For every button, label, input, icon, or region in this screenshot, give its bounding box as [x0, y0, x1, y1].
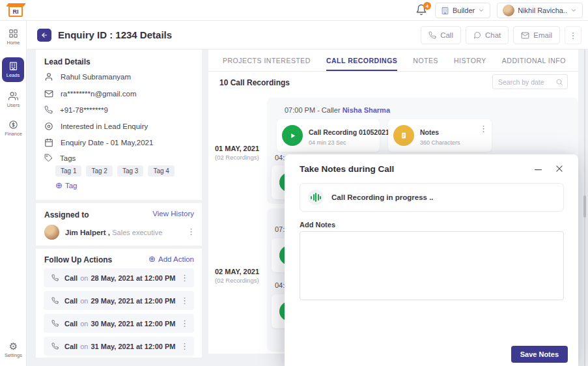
person-icon: [44, 72, 53, 81]
notes-title: Notes: [420, 128, 439, 136]
close-icon: [555, 164, 564, 173]
follow-up-action: Call: [64, 320, 77, 328]
email-button-label: Email: [533, 31, 552, 39]
minimize-button[interactable]: [533, 165, 543, 175]
tag-icon: [44, 154, 53, 162]
add-tag-button[interactable]: ⊕ Tag: [55, 181, 77, 190]
plus-circle-icon: ⊕: [55, 181, 63, 190]
recording-duration: 04 min 23 Sec: [309, 139, 389, 146]
arrow-left-icon: [40, 31, 48, 39]
follow-up-row[interactable]: Call on 28 May, 2021 at 12:00 PM ⋮: [44, 268, 194, 287]
recording-time-caller: 07:00 PM - Caller Nisha Sharma: [285, 106, 390, 114]
group-date: 02 MAY, 2021: [215, 268, 266, 275]
caller-name-link[interactable]: Nisha Sharma: [343, 106, 390, 114]
user-menu-dropdown[interactable]: Nikhil Ravicha..: [497, 3, 583, 18]
header-more-menu[interactable]: ⋮: [565, 26, 581, 44]
notes-more-menu[interactable]: ⋮: [479, 124, 488, 133]
call-recording-card[interactable]: Call Recording 01052021 04 min 23 Sec ⋮: [277, 119, 380, 152]
chevron-down-icon: [570, 7, 577, 14]
lead-interest-row: Interested in Lead Enquiry: [44, 122, 148, 131]
follow-up-more-menu[interactable]: ⋮: [180, 296, 189, 305]
lead-details-card: Lead Details Rahul Subramanyam ra*******…: [36, 49, 202, 200]
email-button[interactable]: Email: [513, 26, 560, 44]
tab-additional-info[interactable]: ADDITIONAL INFO: [502, 49, 566, 71]
phone-icon: [51, 320, 59, 327]
follow-up-action: Call: [64, 297, 77, 305]
scrollbar-track[interactable]: [584, 21, 585, 366]
follow-up-row[interactable]: Call on 29 May, 2021 at 12:00 PM ⋮: [44, 291, 194, 310]
scrollbar-thumb[interactable]: [583, 195, 586, 218]
recording-time-partial: 04:: [275, 154, 285, 162]
notes-card[interactable]: Notes 360 Characters ⋮: [388, 119, 492, 152]
home-grid-icon: [8, 29, 18, 38]
app-logo[interactable]: RI: [7, 2, 26, 19]
assigned-to-title: Assigned to: [44, 210, 89, 219]
follow-up-conn: on: [80, 297, 88, 305]
notifications-button[interactable]: 4: [415, 4, 428, 17]
follow-up-row[interactable]: Call on 31 May, 2021 at 12:00 PM ⋮: [44, 337, 194, 356]
top-bar: RI 4 Builder Nikhil Ravicha..: [0, 0, 588, 21]
lead-name: Rahul Subramanyam: [61, 73, 131, 81]
notes-textarea[interactable]: [300, 231, 564, 300]
note-doc-icon: [399, 131, 408, 140]
group-date: 01 MAY, 2021: [215, 145, 266, 152]
view-history-link[interactable]: View History: [152, 210, 194, 218]
chevron-down-icon: [478, 7, 484, 14]
follow-up-conn: on: [80, 274, 88, 282]
follow-up-more-menu[interactable]: ⋮: [180, 342, 189, 350]
follow-up-more-menu[interactable]: ⋮: [180, 274, 189, 282]
agent-more-menu[interactable]: ⋮: [187, 227, 195, 236]
back-button[interactable]: [37, 29, 51, 42]
sidebar-item-settings[interactable]: ⚙ Settings: [0, 341, 27, 358]
follow-up-conn: on: [80, 320, 88, 328]
chat-button[interactable]: Chat: [466, 26, 509, 44]
tag-chip[interactable]: Tag 4: [148, 165, 174, 176]
search-input[interactable]: [498, 78, 554, 86]
lead-phone: +91-78*******9: [60, 106, 108, 114]
recording-time-partial: 04:: [275, 281, 285, 289]
date-group-label: 02 MAY, 2021 (02 Recordings): [215, 268, 266, 284]
assigned-to-card: Assigned to View History Jim Halpert , S…: [36, 203, 202, 246]
follow-up-more-menu[interactable]: ⋮: [180, 319, 189, 328]
add-action-label: Add Action: [158, 255, 194, 263]
lead-enquiry-date-row: Enquiry Date - 01 May,2021: [44, 138, 153, 147]
tab-call-recordings[interactable]: CALL RECORDINGS: [326, 49, 397, 71]
finance-dollar-icon: [8, 120, 18, 130]
lead-interest: Interested in Lead Enquiry: [61, 122, 148, 130]
tag-chip[interactable]: Tag 2: [86, 165, 112, 176]
sidebar-item-label: Users: [7, 102, 20, 108]
save-notes-button[interactable]: Save Notes: [511, 346, 568, 363]
sidebar-item-label: Settings: [5, 352, 22, 358]
sidebar-item-leads[interactable]: Leads: [2, 57, 24, 82]
close-button[interactable]: [555, 164, 564, 173]
tag-chip[interactable]: Tag 1: [55, 165, 81, 176]
tab-history[interactable]: HISTORY: [454, 49, 486, 71]
sidebar-item-finance[interactable]: Finance: [0, 120, 27, 137]
agent-name: Jim Halpert ,: [65, 229, 110, 236]
builder-dropdown[interactable]: Builder: [435, 3, 490, 18]
follow-up-action: Call: [64, 343, 77, 350]
building-icon: [441, 7, 449, 15]
tag-chip[interactable]: Tag 3: [117, 165, 143, 176]
call-button[interactable]: Call: [421, 26, 461, 44]
tab-bar: PROJECTS INTERESTED CALL RECORDINGS NOTE…: [208, 49, 578, 72]
follow-up-title: Follow Up Actions: [44, 255, 112, 264]
tab-notes[interactable]: NOTES: [413, 49, 438, 71]
lead-tags-row: Tags: [44, 154, 76, 162]
sidebar-item-users[interactable]: Users: [0, 91, 27, 108]
agent-role: Sales executive: [112, 229, 162, 236]
chat-icon: [473, 31, 481, 39]
add-tag-label: Tag: [65, 182, 77, 190]
add-action-button[interactable]: ⊕ Add Action: [148, 255, 194, 263]
notes-badge: [393, 125, 414, 146]
sidebar-item-home[interactable]: Home: [0, 29, 27, 46]
recording-time: 07:00 PM - Caller: [285, 106, 341, 114]
play-button[interactable]: [282, 125, 303, 146]
tab-projects-interested[interactable]: PROJECTS INTERESTED: [223, 49, 311, 71]
notes-meta: 360 Characters: [420, 139, 460, 146]
search-icon[interactable]: [555, 78, 563, 86]
follow-up-row[interactable]: Call on 30 May, 2021 at 12:00 PM ⋮: [44, 314, 194, 333]
follow-up-when: 29 May, 2021 at 12:00 PM: [91, 297, 175, 305]
phone-icon: [51, 297, 59, 304]
builder-label: Builder: [453, 7, 475, 14]
